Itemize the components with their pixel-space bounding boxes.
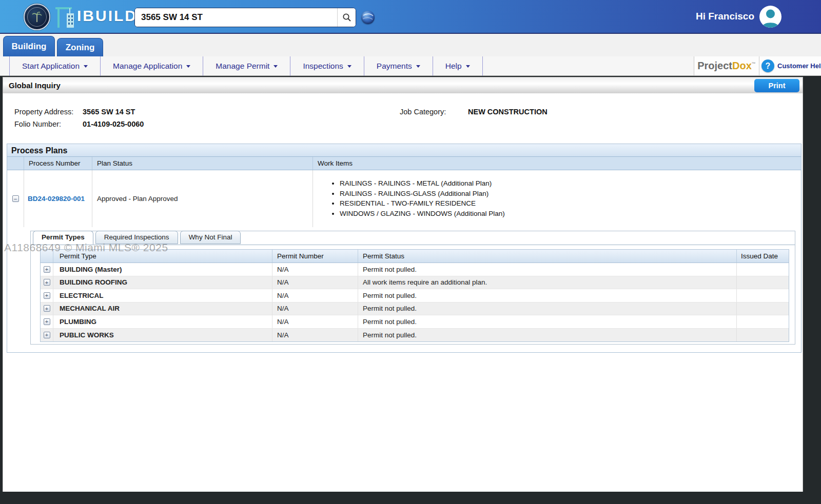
menu-inspections[interactable]: Inspections <box>290 56 364 76</box>
permit-detail-panel: Permit Types Required Inspections Why No… <box>30 231 795 345</box>
process-plans-heading: Process Plans <box>7 144 801 157</box>
projectdox-link[interactable]: ProjectDox™ <box>694 56 759 75</box>
process-number-link[interactable]: BD24-029820-001 <box>28 195 85 203</box>
menu-items: Start Application Manage Application Man… <box>9 56 483 76</box>
expand-column-header <box>7 157 24 170</box>
work-items-list: RAILINGS - RAILINGS - METAL (Additional … <box>313 170 801 218</box>
table-row: + PLUMBING N/A Permit not pulled. <box>41 315 789 329</box>
detail-tab-strip: Permit Types Required Inspections Why No… <box>33 231 241 245</box>
module-tab-row: Building Zoning <box>0 34 821 56</box>
search-icon <box>342 13 351 22</box>
expand-row-button[interactable]: + <box>44 332 50 338</box>
process-plans-section: Process Plans Process Number Plan Status… <box>7 144 802 353</box>
process-plans-header-row: Process Number Plan Status Work Items <box>7 157 801 170</box>
menu-start-application[interactable]: Start Application <box>9 56 101 76</box>
folio-number-value: 01-4109-025-0060 <box>83 120 144 128</box>
ibuild-logo-text: IBUILD <box>77 7 138 25</box>
city-of-miami-seal-logo <box>24 4 50 30</box>
property-address-value: 3565 SW 14 ST <box>83 108 135 116</box>
tab-why-not-final[interactable]: Why Not Final <box>180 231 241 244</box>
expand-row-button[interactable]: + <box>44 292 50 299</box>
col-permit-type: Permit Type <box>53 250 272 263</box>
expand-row-button[interactable]: + <box>44 305 50 312</box>
tab-zoning[interactable]: Zoning <box>57 38 103 56</box>
seal-inner-ring <box>27 7 47 27</box>
content-panel: Property Address: 3565 SW 14 ST Job Cate… <box>3 93 803 492</box>
table-row: + BUILDING (Master) N/A Permit not pulle… <box>41 263 789 276</box>
col-permit-status: Permit Status <box>358 250 737 263</box>
expand-column-header <box>41 250 53 263</box>
chevron-down-icon <box>186 65 190 68</box>
customer-help-label: Customer Help <box>777 62 821 70</box>
tab-required-inspections[interactable]: Required Inspections <box>95 231 178 244</box>
plan-status-value: Approved - Plan Approved <box>97 195 178 203</box>
work-item: RESIDENTIAL - TWO-FAMILY RESIDENCE <box>340 198 801 209</box>
menu-help[interactable]: Help <box>433 56 483 76</box>
chevron-down-icon <box>466 65 470 68</box>
person-icon <box>759 6 781 28</box>
col-permit-number: Permit Number <box>272 250 358 263</box>
chevron-down-icon <box>273 65 278 68</box>
table-row: + BUILDING ROOFING N/A All work items re… <box>41 276 789 290</box>
user-greeting: Hi Francisco <box>696 11 754 22</box>
chevron-down-icon <box>84 65 88 68</box>
expand-row-button[interactable]: + <box>44 279 50 286</box>
page-title: Global Inquiry <box>9 81 61 90</box>
col-work-items: Work Items <box>313 157 801 170</box>
search-button[interactable] <box>337 8 356 27</box>
permits-header-row: Permit Type Permit Number Permit Status … <box>41 250 789 263</box>
collapse-row-button[interactable]: − <box>12 195 19 202</box>
page-title-bar: Global Inquiry Print <box>3 77 803 93</box>
expand-row-button[interactable]: + <box>44 266 50 273</box>
chevron-down-icon <box>416 65 420 68</box>
global-inquiry-page: IBUILD Hi Francisco Buil <box>0 0 821 504</box>
print-button[interactable]: Print <box>754 79 799 92</box>
col-issued-date: Issued Date <box>737 250 789 263</box>
menu-manage-permit[interactable]: Manage Permit <box>203 56 290 76</box>
top-header-bar: IBUILD Hi Francisco <box>0 0 821 34</box>
expand-row-button[interactable]: + <box>44 318 50 325</box>
job-category-label: Job Category: <box>400 108 446 116</box>
tab-underline <box>31 245 795 245</box>
menu-manage-application[interactable]: Manage Application <box>101 56 203 76</box>
table-row: + ELECTRICAL N/A Permit not pulled. <box>41 289 789 303</box>
customer-help-link[interactable]: ? Customer Help <box>759 56 821 75</box>
globe-icon[interactable] <box>361 11 375 24</box>
address-search-box <box>134 8 356 27</box>
folio-number-label: Folio Number: <box>14 120 61 128</box>
work-item: RAILINGS - RAILINGS - METAL (Additional … <box>340 178 801 189</box>
user-avatar[interactable] <box>759 6 781 28</box>
col-process-number: Process Number <box>24 157 92 170</box>
work-item: RAILINGS - RAILINGS-GLASS (Additional Pl… <box>340 189 801 199</box>
tab-building[interactable]: Building <box>3 36 55 56</box>
question-mark-icon: ? <box>761 59 774 72</box>
crane-icon <box>54 5 77 30</box>
table-row: + MECHANICAL AIR N/A Permit not pulled. <box>41 303 789 316</box>
main-menu-bar: Start Application Manage Application Man… <box>0 56 821 76</box>
search-input[interactable] <box>135 8 337 27</box>
work-item: WINDOWS / GLAZING - WINDOWS (Additional … <box>340 209 801 219</box>
col-plan-status: Plan Status <box>92 157 313 170</box>
chevron-down-icon <box>347 65 351 68</box>
permits-table: Permit Type Permit Number Permit Status … <box>40 249 789 342</box>
menu-payments[interactable]: Payments <box>364 56 433 76</box>
palm-tree-icon <box>32 11 42 23</box>
table-row: + PUBLIC WORKS N/A Permit not pulled. <box>41 329 789 342</box>
process-plan-row: − BD24-029820-001 Approved - Plan Approv… <box>7 170 801 227</box>
tab-permit-types[interactable]: Permit Types <box>33 231 93 245</box>
job-category-value: NEW CONSTRUCTION <box>468 108 548 116</box>
property-address-label: Property Address: <box>14 108 73 116</box>
